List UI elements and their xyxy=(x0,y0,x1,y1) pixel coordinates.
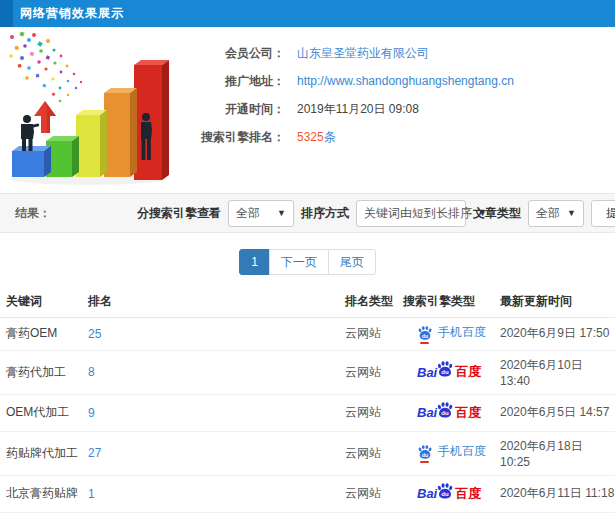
table-row: 药贴牌代加工 27 云网站 手机百度 2020年6月18日 10:25 xyxy=(0,431,615,475)
field-promo-url: 推广地址： http://www.shandonghuangshengtang.… xyxy=(190,67,615,95)
keyword-cell: 膏药OEM xyxy=(0,318,88,351)
sort-select[interactable]: 关键词由短到长排序 ▼ xyxy=(356,200,466,227)
table-row: OEM代加工 9 云网站 Bai百度 2020年6月5日 14:57 xyxy=(0,394,615,431)
mobile-baidu-label: 手机百度 xyxy=(438,443,486,460)
field-open-time: 开通时间： 2019年11月20日 09:08 xyxy=(190,95,615,123)
rank-type-cell: 云网站 xyxy=(345,318,403,351)
bar-yellow xyxy=(76,110,107,177)
rank-type-cell: 云网站 xyxy=(345,512,403,520)
rank-type-cell: 云网站 xyxy=(345,475,403,512)
article-type-value: 全部 xyxy=(536,205,560,222)
rank-type-cell: 云网站 xyxy=(345,350,403,394)
caret-down-icon: ▼ xyxy=(277,208,286,218)
rank-link[interactable]: 8 xyxy=(88,365,95,379)
col-engine-type: 搜索引擎类型 xyxy=(403,285,500,318)
updated-cell: 2020年6月9日 17:50 xyxy=(500,318,615,351)
mobile-baidu-badge: 手机百度 xyxy=(417,443,486,460)
mobile-baidu-label: 手机百度 xyxy=(438,324,486,341)
promo-url-link[interactable]: http://www.shandonghuangshengtang.cn xyxy=(297,74,514,88)
baidu-bai-text: Bai xyxy=(417,365,437,380)
up-arrow-icon xyxy=(34,101,56,133)
caret-down-icon: ▼ xyxy=(567,208,576,218)
baidu-paw-icon xyxy=(436,360,454,378)
baidu-logo: Bai百度 xyxy=(417,401,481,425)
bar-orange xyxy=(104,88,137,177)
baidu-logo: Bai百度 xyxy=(417,482,481,506)
company-label: 会员公司： xyxy=(190,45,285,62)
rank-link[interactable]: 9 xyxy=(88,406,95,420)
mobile-baidu-badge: 手机百度 xyxy=(417,324,486,341)
updated-cell: 2020年6月5日 14:57 xyxy=(500,394,615,431)
app-header: 网络营销效果展示 xyxy=(0,0,615,27)
baidu-paw-icon xyxy=(436,482,454,500)
sort-value: 关键词由短到长排序 xyxy=(364,205,472,222)
updated-cell: 2020年6月18日 10:25 xyxy=(500,431,615,475)
rank-link[interactable]: 1 xyxy=(88,487,95,501)
baidu-logo: Bai百度 xyxy=(417,360,481,384)
updated-cell: 2020年6月11日 11:18 xyxy=(500,475,615,512)
updated-cell: 2020年6月10日 13:40 xyxy=(500,350,615,394)
baidu-name-text: 百度 xyxy=(455,404,481,422)
ranking-count-label: 搜索引擎排名： xyxy=(190,129,285,146)
filter-controls: 分搜索引擎查看 全部 ▼ 排序方式 关键词由短到长排序 ▼ 文章类型 全部 ▼ … xyxy=(137,194,615,232)
article-type-select[interactable]: 全部 ▼ xyxy=(528,200,584,227)
baidu-paw-icon xyxy=(436,401,454,419)
pagination: 1 下一页 尾页 xyxy=(0,249,615,275)
updated-cell: 2020年6月18日 10:19 xyxy=(500,512,615,520)
keyword-cell: 北京膏药贴牌 xyxy=(0,475,88,512)
promo-url-label: 推广地址： xyxy=(190,73,285,90)
col-rank-type: 排名类型 xyxy=(345,285,403,318)
keyword-cell: OEM代加工 xyxy=(0,394,88,431)
account-info: 会员公司： 山东皇圣堂药业有限公司 推广地址： http://www.shand… xyxy=(190,27,615,190)
keyword-cell: 膏药代加工 xyxy=(0,350,88,394)
open-time-value: 2019年11月20日 09:08 xyxy=(297,101,419,118)
app-window: 网络营销效果展示 xyxy=(0,0,615,520)
col-rank: 排名 xyxy=(88,285,345,318)
table-header-row: 关键词 排名 排名类型 搜索引擎类型 最新更新时间 xyxy=(0,285,615,318)
open-time-label: 开通时间： xyxy=(190,101,285,118)
table-row: 膏药代加工 8 云网站 Bai百度 2020年6月10日 13:40 xyxy=(0,350,615,394)
baidu-bai-text: Bai xyxy=(417,405,437,420)
submit-button[interactable]: 提交 xyxy=(591,200,615,227)
table-row: 枣庄膏药加工 1,4,6 云网站 手机百度 2020年6月18日 10:19 xyxy=(0,512,615,520)
ranking-count-unit: 条 xyxy=(324,130,336,144)
bar-chart-illustration xyxy=(0,27,190,187)
baidu-name-text: 百度 xyxy=(455,485,481,503)
baidu-name-text: 百度 xyxy=(455,363,481,381)
field-ranking-count: 搜索引擎排名： 5325条 xyxy=(190,123,615,151)
rank-type-cell: 云网站 xyxy=(345,431,403,475)
result-label: 结果： xyxy=(15,205,51,222)
baidu-bai-text: Bai xyxy=(417,486,437,501)
next-page-button[interactable]: 下一页 xyxy=(269,249,329,275)
ranking-count-value: 5325 xyxy=(297,130,324,144)
keyword-cell: 枣庄膏药加工 xyxy=(0,512,88,520)
last-page-button[interactable]: 尾页 xyxy=(328,249,376,275)
rank-link[interactable]: 27 xyxy=(88,446,101,460)
account-summary-section: 会员公司： 山东皇圣堂药业有限公司 推广地址： http://www.shand… xyxy=(0,27,615,190)
article-type-label: 文章类型 xyxy=(473,205,521,222)
confetti-dots xyxy=(9,31,82,102)
col-updated: 最新更新时间 xyxy=(500,285,615,318)
page-1-button[interactable]: 1 xyxy=(239,249,270,275)
filter-bar: 结果： 分搜索引擎查看 全部 ▼ 排序方式 关键词由短到长排序 ▼ 文章类型 全… xyxy=(0,193,615,233)
page-title: 网络营销效果展示 xyxy=(20,5,124,22)
engine-filter-select[interactable]: 全部 ▼ xyxy=(228,200,294,227)
rank-link[interactable]: 25 xyxy=(88,327,101,341)
keyword-cell: 药贴牌代加工 xyxy=(0,431,88,475)
sort-label: 排序方式 xyxy=(301,205,349,222)
businessman-left xyxy=(21,115,39,151)
bar-red xyxy=(134,60,169,180)
col-keyword: 关键词 xyxy=(0,285,88,318)
rank-type-cell: 云网站 xyxy=(345,394,403,431)
company-link[interactable]: 山东皇圣堂药业有限公司 xyxy=(297,46,429,60)
baidu-paw-icon xyxy=(417,325,433,341)
baidu-paw-icon xyxy=(417,444,433,460)
results-table: 关键词 排名 排名类型 搜索引擎类型 最新更新时间 膏药OEM 25 云网站 手… xyxy=(0,285,615,520)
table-row: 膏药OEM 25 云网站 手机百度 2020年6月9日 17:50 xyxy=(0,318,615,351)
field-company: 会员公司： 山东皇圣堂药业有限公司 xyxy=(190,39,615,67)
table-row: 北京膏药贴牌 1 云网站 Bai百度 2020年6月11日 11:18 xyxy=(0,475,615,512)
engine-filter-label: 分搜索引擎查看 xyxy=(137,205,221,222)
engine-filter-value: 全部 xyxy=(236,205,260,222)
